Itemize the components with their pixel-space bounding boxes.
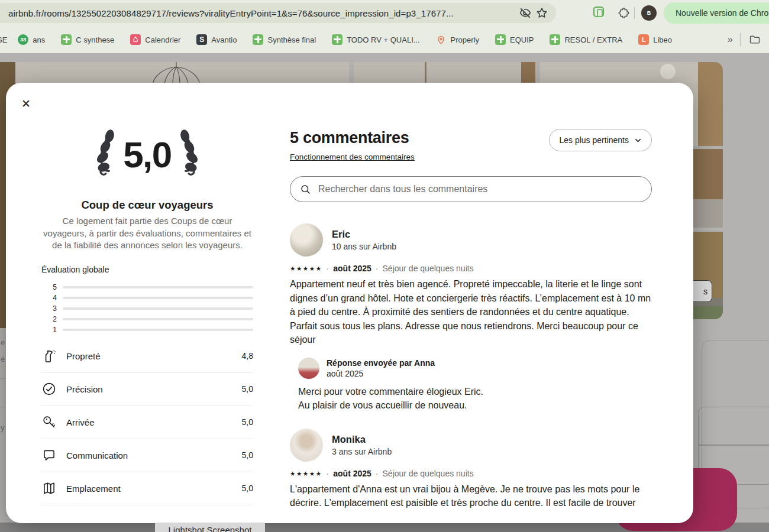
bookmark-item[interactable]: RESOL / EXTRA <box>550 34 622 45</box>
category-label: Précision <box>66 384 103 394</box>
search-icon <box>300 184 311 195</box>
bookmark-item[interactable]: Synthèse final <box>253 34 316 45</box>
bookmark-item[interactable]: Properly <box>436 34 479 45</box>
button-fragment-text: s <box>703 287 707 296</box>
reviewer-tenure: 10 ans sur Airbnb <box>332 242 396 251</box>
host-response: Réponse envoyée par Anna août 2025 Merci… <box>298 358 652 413</box>
chrome-update-button[interactable]: Nouvelle version de Chrome <box>664 2 769 24</box>
trello-icon <box>550 34 560 45</box>
review-meta: ★★★★★ · août 2025 · Séjour de quelques n… <box>290 264 652 273</box>
category-label: Arrivée <box>66 417 95 427</box>
trello-icon <box>495 34 506 45</box>
review-text: Appartement neuf et très bien agencé. Pr… <box>290 277 652 347</box>
bookmark-item[interactable]: L Libeo <box>638 34 672 45</box>
url-text: airbnb.fr/rooms/1325502203084829717/revi… <box>8 8 517 18</box>
category-value: 5,0 <box>242 384 253 394</box>
spray-icon <box>41 348 57 364</box>
separator-dot: · <box>327 469 329 478</box>
host-response-title: Réponse envoyée par Anna <box>327 358 435 368</box>
bookmark-item[interactable]: TODO RV + QUALI... <box>332 34 419 45</box>
ratings-summary-column: 5,0 Coup de cœur voyageurs Ce <box>41 83 253 505</box>
guest-favorite-badge: 5,0 <box>41 125 253 183</box>
extension-icon-green[interactable] <box>593 7 604 17</box>
category-label: Propreté <box>66 351 101 361</box>
laurel-left-icon <box>93 127 117 181</box>
bookmark-label: Synthèse final <box>267 35 316 44</box>
stay-type: Séjour de quelques nuits <box>383 264 474 273</box>
address-bar[interactable]: airbnb.fr/rooms/1325502203084829717/revi… <box>0 3 556 23</box>
review-search-bar[interactable] <box>290 176 652 202</box>
page-edge-line <box>0 378 6 379</box>
badge-38-icon: 38 <box>18 34 28 45</box>
host-response-date: août 2025 <box>327 369 435 378</box>
review-item: Eric 10 ans sur Airbnb ★★★★★ · août 2025… <box>290 223 652 413</box>
avantio-icon: S <box>196 34 207 45</box>
browser-profile-avatar[interactable]: B <box>641 5 657 21</box>
category-value: 5,0 <box>242 417 253 427</box>
bookmark-item[interactable]: EQUIP <box>495 34 534 45</box>
reviews-column: 5 commentaires Fonctionnement des commen… <box>290 83 652 510</box>
reviewer-tenure: 3 ans sur Airbnb <box>332 447 392 456</box>
close-button[interactable]: ✕ <box>19 95 33 113</box>
host-response-line: Au plaisir de vous accueillir de nouveau… <box>298 398 652 413</box>
host-response-text: Merci pour votre commentaire élogieux Er… <box>298 385 652 413</box>
reviewer-name: Monika <box>332 434 392 445</box>
bar-track <box>63 307 253 310</box>
separator-dot: · <box>376 469 379 478</box>
bookmark-label: Calendrier <box>145 35 180 44</box>
bookmark-item[interactable]: 38 ans <box>18 34 45 45</box>
page-edge-fragment: é <box>1 355 5 364</box>
host-avatar[interactable] <box>298 358 319 379</box>
eye-off-icon[interactable] <box>517 5 534 21</box>
bar-label: 3 <box>51 304 57 313</box>
bookmark-label: Libeo <box>653 35 672 44</box>
bookmark-item[interactable]: Calendrier <box>130 34 180 45</box>
bookmark-label: TODO RV + QUALI... <box>347 35 419 44</box>
bar-track <box>63 286 253 288</box>
bookmark-label: Properly <box>451 35 479 44</box>
toolbar-separator <box>634 7 635 19</box>
reviewer-header[interactable]: Eric 10 ans sur Airbnb <box>290 223 652 257</box>
star-rating-icons: ★★★★★ <box>290 265 322 272</box>
map-icon <box>41 481 57 496</box>
page-edge-fragment: y <box>1 423 5 432</box>
category-row-proprete: Propreté 4,8 <box>41 340 253 373</box>
bookmark-label: C synthese <box>76 35 114 44</box>
avatar[interactable] <box>290 429 323 462</box>
check-circle-icon <box>41 381 57 397</box>
bookmark-label: Avantio <box>211 35 237 44</box>
reviews-info-link[interactable]: Fonctionnement des commentaires <box>290 153 415 161</box>
category-value: 5,0 <box>242 450 253 460</box>
category-row-arrivee: Arrivée 5,0 <box>41 406 253 439</box>
bookmark-star-icon[interactable] <box>534 5 550 21</box>
category-ratings: Propreté 4,8 Précision 5,0 Arrivée 5,0 <box>41 340 253 505</box>
bookmark-label: RESOL / EXTRA <box>564 35 622 44</box>
review-meta: ★★★★★ · août 2025 · Séjour de quelques n… <box>290 469 652 478</box>
bookmark-item[interactable]: C synthese <box>61 34 114 45</box>
category-row-precision: Précision 5,0 <box>41 373 253 406</box>
properly-pin-icon <box>436 34 447 45</box>
rating-bar-row: 4 <box>51 293 253 303</box>
key-icon <box>41 414 57 430</box>
bookmark-edge-fragment[interactable]: SE <box>0 35 7 44</box>
page-background-strip <box>0 53 769 62</box>
bar-track <box>63 318 253 320</box>
reviewer-header[interactable]: Monika 3 ans sur Airbnb <box>290 429 652 462</box>
separator-dot: · <box>376 264 379 273</box>
bookmarks-bar: SE 38 ans C synthese Calendrier S Avanti… <box>0 26 769 53</box>
sort-dropdown-button[interactable]: Les plus pertinents <box>549 129 652 151</box>
trello-icon <box>253 34 263 45</box>
bookmarks-overflow-chevron[interactable]: » <box>720 34 740 46</box>
category-row-communication: Communication 5,0 <box>41 439 253 472</box>
host-response-header: Réponse envoyée par Anna août 2025 <box>298 358 652 379</box>
folder-icon[interactable] <box>749 34 761 46</box>
bar-label: 4 <box>51 294 57 302</box>
extensions-puzzle-icon[interactable] <box>615 5 632 21</box>
category-value: 5,0 <box>242 484 253 493</box>
bookmark-item[interactable]: S Avantio <box>196 34 237 45</box>
reviews-modal: ✕ 5,0 <box>6 83 693 523</box>
avatar[interactable] <box>290 223 323 257</box>
chevron-down-icon <box>634 137 642 144</box>
page-edge-line <box>0 407 6 407</box>
search-input[interactable] <box>317 183 642 195</box>
